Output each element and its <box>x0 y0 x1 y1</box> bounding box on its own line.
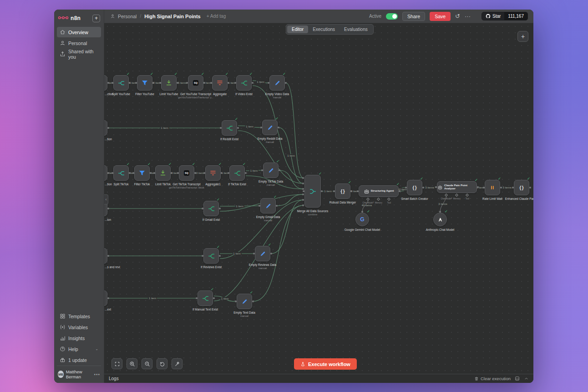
node-empty-tiktok[interactable]: ✓ <box>263 163 279 178</box>
node-aggregate1[interactable]: ✓ <box>205 165 221 181</box>
success-check-icon: ✓ <box>217 244 220 249</box>
node-if-manual[interactable]: ✓ <box>198 290 213 306</box>
node-empty-reviews[interactable]: ✓ <box>255 246 270 261</box>
merge-input-port[interactable] <box>302 183 304 184</box>
user-menu[interactable]: MB Matthew Berman ••• <box>57 366 101 380</box>
node-agent1[interactable]: Structuring Agent✓ <box>359 185 399 197</box>
active-label: Active <box>369 14 381 19</box>
node-s5[interactable] <box>104 248 107 264</box>
sidebar-item-templates[interactable]: Templates <box>57 311 101 321</box>
workflow-title[interactable]: High Signal Pain Points <box>144 14 200 19</box>
sidebar-item-label: Shared with you <box>68 49 98 60</box>
node-if-tiktok[interactable]: ✓ <box>229 165 245 181</box>
chevron-up-icon[interactable] <box>524 376 529 381</box>
tab-evaluations[interactable]: Evaluations <box>340 25 372 33</box>
history-icon[interactable]: ↺ <box>455 13 460 19</box>
node-smart-batch[interactable]: { }✓ <box>407 180 422 195</box>
sidebar-item-label: Personal <box>68 41 87 46</box>
gift-icon <box>60 357 66 363</box>
github-star-widget[interactable]: Star 111,167 <box>482 12 528 20</box>
success-check-icon: ✓ <box>475 178 478 182</box>
more-options-icon[interactable]: ··· <box>465 13 471 19</box>
merge-input-port[interactable] <box>302 204 304 206</box>
merge-input-port[interactable] <box>302 177 304 179</box>
reset-zoom-button[interactable] <box>157 358 167 369</box>
node-s2[interactable] <box>104 120 107 136</box>
node-filter-yt[interactable]: ✓ <box>137 75 152 91</box>
node-if-gmail[interactable]: ✓ <box>203 201 219 216</box>
node-empty-gmail[interactable]: ✓ <box>260 198 276 214</box>
avatar: MB <box>58 371 64 378</box>
merge-input-port[interactable] <box>302 199 304 201</box>
sidebar-item-overview[interactable]: Overview <box>57 27 101 37</box>
node-empty-text[interactable]: ✓ <box>237 294 252 309</box>
sidebar-item-shared-with-you[interactable]: Shared with you <box>57 49 101 59</box>
node-yt-transcript[interactable]: SQ✓ <box>188 75 203 91</box>
tab-executions[interactable]: Executions <box>308 25 340 33</box>
n8n-app-window: n8n + Overview Personal Shared with you … <box>54 10 533 383</box>
node-tt-transcript[interactable]: SQ✓ <box>179 165 194 181</box>
node-s6[interactable] <box>104 290 107 306</box>
user-icon <box>60 40 66 46</box>
sidebar-item-help[interactable]: Help ⌄ <box>57 344 101 354</box>
node-aggregate[interactable]: ✓ <box>212 75 228 91</box>
create-workflow-button[interactable]: + <box>92 15 100 22</box>
success-check-icon: ✓ <box>201 71 204 76</box>
tidy-up-button[interactable] <box>172 358 182 369</box>
node-if-reviews[interactable]: ✓ <box>203 248 219 264</box>
sidebar-header: n8n + <box>57 13 101 27</box>
breadcrumb[interactable]: Personal <box>110 13 137 19</box>
node-rate-wait[interactable]: ✓ <box>485 180 500 195</box>
sidebar: n8n + Overview Personal Shared with you … <box>54 10 104 383</box>
sidebar-item-updates[interactable]: 1 update <box>57 355 101 365</box>
node-s1[interactable] <box>104 75 107 91</box>
success-check-icon: ✓ <box>367 209 370 214</box>
node-limit-yt[interactable]: ✓ <box>161 75 177 91</box>
merge-input-port[interactable] <box>302 193 304 195</box>
toggle-knob <box>392 14 397 19</box>
execute-workflow-button[interactable]: Execute workflow <box>294 358 357 370</box>
edge-smart-batch-to-claude <box>423 187 436 188</box>
sidebar-item-personal[interactable]: Personal <box>57 38 101 48</box>
zoom-in-button[interactable] <box>127 358 137 369</box>
sidebar-item-insights[interactable]: Insights <box>57 333 101 343</box>
sidebar-item-label: Overview <box>68 30 88 35</box>
add-tag-button[interactable]: + Add tag <box>207 14 226 19</box>
node-split-tt[interactable]: ✓ <box>113 165 129 181</box>
node-if-reddit[interactable]: ✓ <box>222 120 237 136</box>
logs-label[interactable]: Logs <box>109 376 119 381</box>
user-more-icon[interactable]: ••• <box>94 372 100 377</box>
node-empty-reddit[interactable]: ✓ <box>262 120 278 135</box>
node-filter-tt[interactable]: ✓ <box>134 165 150 181</box>
node-gemini[interactable]: G✓ <box>355 213 369 226</box>
agent-port-label: Tool <box>460 198 475 200</box>
breadcrumb-project[interactable]: Personal <box>118 14 137 19</box>
sidebar-collapse-handle[interactable]: ‹ <box>104 194 108 204</box>
open-panel-icon[interactable] <box>515 376 520 381</box>
success-check-icon: ✓ <box>174 71 177 76</box>
node-split-yt[interactable]: ✓ <box>113 75 129 91</box>
node-if-video[interactable]: ✓ <box>236 75 252 91</box>
view-tabs: Editor Executions Evaluations <box>286 24 374 35</box>
share-button[interactable]: Share <box>402 12 425 21</box>
save-button[interactable]: Save <box>430 12 451 21</box>
tab-editor[interactable]: Editor <box>287 25 308 33</box>
node-anthropic[interactable]: ✓ <box>433 213 447 226</box>
sidebar-item-variables[interactable]: Variables <box>57 322 101 332</box>
node-s3[interactable] <box>104 165 107 181</box>
node-parser[interactable]: { }✓ <box>514 180 529 195</box>
add-node-button[interactable]: + <box>517 31 528 42</box>
node-merge[interactable]: ✓ <box>304 175 321 208</box>
node-empty-video[interactable]: ✓ <box>269 75 285 91</box>
success-check-icon: ✓ <box>319 171 322 176</box>
node-robust[interactable]: { }✓ <box>335 183 350 199</box>
clear-execution-button[interactable]: Clear execution <box>474 376 511 381</box>
workflow-canvas[interactable]: Editor Executions Evaluations + ‹ Execut… <box>104 23 533 374</box>
merge-input-port[interactable] <box>302 188 304 190</box>
success-check-icon: ✓ <box>527 176 530 181</box>
active-toggle[interactable] <box>386 13 398 20</box>
node-limit-tt[interactable]: ✓ <box>155 165 171 181</box>
zoom-out-button[interactable] <box>142 358 152 369</box>
node-claude[interactable]: Claude Pain Point Analyzer✓ <box>437 181 477 193</box>
fit-view-button[interactable] <box>112 358 122 369</box>
